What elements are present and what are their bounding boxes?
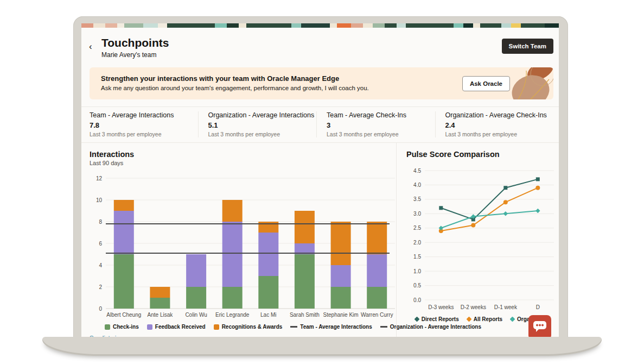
stat-label: Organization - Average Interactions [208, 111, 317, 119]
legend-item: All Reports [467, 316, 502, 322]
page: ‹ Touchpoints Marie Avery's team Switch … [0, 0, 644, 364]
stats-row: Team - Average Interactions7.8Last 3 mon… [81, 106, 559, 142]
svg-text:8: 8 [99, 219, 102, 225]
legend-line-icon [290, 326, 297, 328]
stat-label: Organization - Average Check-Ins [445, 111, 554, 119]
svg-text:4.0: 4.0 [413, 182, 421, 188]
svg-text:Ante Lisak: Ante Lisak [148, 312, 174, 318]
legend-marker-icon [510, 317, 515, 322]
svg-text:3.0: 3.0 [413, 211, 421, 217]
laptop-screen: ‹ Touchpoints Marie Avery's team Switch … [81, 23, 559, 337]
stat-caption: Last 3 months per employee [208, 131, 317, 137]
pulse-chart-title: Pulse Score Comparison [406, 150, 559, 159]
page-header: ‹ Touchpoints Marie Avery's team Switch … [81, 23, 559, 59]
pulse-line-chart: 0.00.51.01.52.02.53.03.54.04.5D-3 weeksD… [406, 164, 557, 313]
svg-text:Colin Wu: Colin Wu [185, 312, 207, 318]
svg-text:0.0: 0.0 [413, 297, 421, 303]
laptop-base [42, 337, 602, 356]
stat-label: Team - Average Interactions [90, 111, 198, 119]
legend-label: Check-ins [113, 324, 139, 330]
svg-text:1.0: 1.0 [413, 268, 421, 274]
svg-text:D-2 weeks: D-2 weeks [461, 304, 486, 310]
ask-oracle-button[interactable]: Ask Oracle [462, 76, 510, 91]
legend-label: Team - Average Interactions [300, 324, 372, 330]
legend-label: All Reports [474, 316, 502, 322]
stat-value: 2.4 [445, 121, 554, 129]
stat-value: 5.1 [208, 121, 317, 129]
chat-button[interactable] [528, 315, 551, 337]
legend-label: Direct Reports [422, 316, 459, 322]
interactions-chart-panel: Interactions Last 90 days 024681012Alber… [81, 143, 396, 337]
svg-text:D-1 week: D-1 week [494, 304, 518, 310]
stat-card: Team - Average Interactions7.8Last 3 mon… [90, 111, 198, 137]
svg-text:3.5: 3.5 [413, 196, 421, 202]
interactions-chart-subtitle: Last 90 days [90, 160, 396, 166]
svg-text:0: 0 [99, 306, 102, 312]
legend-item: Feedback Received [147, 324, 206, 330]
svg-text:D: D [536, 304, 540, 310]
charts-section: Interactions Last 90 days 024681012Alber… [81, 142, 559, 337]
legend-marker-icon [414, 317, 419, 322]
page-title: Touchpoints [101, 36, 553, 49]
switch-team-button[interactable]: Switch Team [502, 39, 553, 54]
svg-text:0.5: 0.5 [413, 283, 421, 288]
stat-caption: Last 3 months per employee [445, 131, 554, 137]
legend-item: Direct Reports [415, 316, 459, 322]
interactions-bar-chart: 024681012Albert CheungAnte LisakColin Wu… [90, 168, 396, 319]
legend-swatch-icon [214, 324, 219, 330]
stat-value: 3 [327, 121, 435, 129]
stat-caption: Last 3 months per employee [327, 131, 435, 137]
stat-card: Organization - Average Check-Ins2.4Last … [435, 111, 554, 137]
stat-card: Team - Average Check-Ins3Last 3 months p… [316, 111, 435, 137]
svg-text:Stephanie Kim: Stephanie Kim [323, 312, 359, 318]
svg-text:2: 2 [99, 284, 102, 290]
svg-text:12: 12 [96, 175, 103, 181]
svg-text:Sarah Smith: Sarah Smith [290, 312, 320, 318]
manager-edge-banner: Strengthen your interactions with your t… [90, 67, 553, 99]
svg-text:2.5: 2.5 [413, 225, 421, 231]
interactions-chart-title: Interactions [90, 150, 396, 159]
svg-text:2.0: 2.0 [413, 240, 421, 246]
legend-label: Feedback Received [155, 324, 206, 330]
svg-text:1.5: 1.5 [413, 254, 421, 260]
legend-item: Check-ins [105, 324, 139, 330]
svg-text:Eric Legrande: Eric Legrande [215, 312, 250, 318]
svg-text:4.5: 4.5 [413, 168, 421, 174]
speech-bubble-dots-icon [533, 320, 547, 333]
interactions-legend: Check-insFeedback ReceivedRecognitions &… [105, 324, 396, 330]
team-subtitle: Marie Avery's team [101, 51, 553, 59]
legend-swatch-icon [147, 324, 152, 330]
stat-caption: Last 3 months per employee [90, 131, 198, 137]
legend-line-icon [380, 326, 387, 328]
stat-value: 7.8 [90, 121, 198, 129]
svg-text:D-3 weeks: D-3 weeks [428, 304, 454, 310]
legend-swatch-icon [105, 324, 110, 330]
svg-text:10: 10 [96, 197, 103, 203]
legend-item: Recognitions & Awards [214, 324, 283, 330]
pulse-chart-panel: Pulse Score Comparison 0.00.51.01.52.02.… [396, 143, 559, 337]
legend-label: Recognitions & Awards [222, 324, 283, 330]
svg-text:Warren Curry: Warren Curry [361, 312, 393, 318]
svg-text:4: 4 [99, 262, 102, 268]
stat-label: Team - Average Check-Ins [327, 111, 435, 119]
legend-item: Team - Average Interactions [290, 324, 372, 330]
svg-text:6: 6 [99, 241, 102, 247]
back-icon[interactable]: ‹ [89, 42, 92, 51]
svg-text:Lac Mi: Lac Mi [260, 312, 276, 318]
svg-text:Albert Cheung: Albert Cheung [106, 312, 141, 318]
stat-card: Organization - Average Interactions5.1La… [198, 111, 317, 137]
legend-marker-icon [466, 317, 471, 322]
